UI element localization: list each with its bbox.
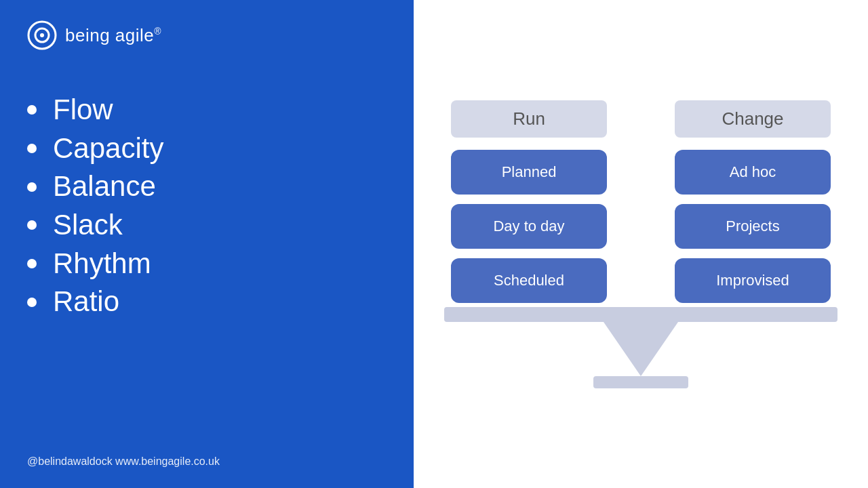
beam-container <box>444 303 837 388</box>
change-column: Ad hoc Projects Improvised <box>675 150 831 303</box>
logo-icon <box>27 20 57 50</box>
bullet-dot <box>27 144 37 153</box>
logo-registered: ® <box>154 26 161 37</box>
run-label: Run <box>451 100 607 138</box>
balance-diagram: Run Change Planned Day to day Scheduled … <box>444 100 837 388</box>
cards-area: Planned Day to day Scheduled Ad hoc Proj… <box>444 150 837 303</box>
bullet-text-rhythm: Rhythm <box>53 245 151 283</box>
logo-text: being agile® <box>65 25 161 46</box>
list-item: Slack <box>27 206 387 245</box>
bullet-text-flow: Flow <box>53 91 113 129</box>
change-label: Change <box>675 100 831 138</box>
run-column: Planned Day to day Scheduled <box>451 150 607 303</box>
list-item: Rhythm <box>27 245 387 283</box>
left-panel: being agile® Flow Capacity Balance Slack… <box>0 0 414 488</box>
list-item: Balance <box>27 167 387 206</box>
list-item: Flow <box>27 91 387 129</box>
card-day-to-day: Day to day <box>451 204 607 249</box>
bullet-text-ratio: Ratio <box>53 283 119 321</box>
list-item: Capacity <box>27 129 387 168</box>
card-planned: Planned <box>451 150 607 195</box>
logo-area: being agile® <box>27 20 387 50</box>
bullet-dot <box>27 298 37 307</box>
bullet-dot <box>27 182 37 192</box>
top-labels: Run Change <box>444 100 837 138</box>
bullet-dot <box>27 105 37 115</box>
svg-point-2 <box>40 33 44 37</box>
card-improvised: Improvised <box>675 258 831 303</box>
card-scheduled: Scheduled <box>451 258 607 303</box>
balance-base <box>593 376 688 388</box>
right-panel: Run Change Planned Day to day Scheduled … <box>414 0 868 488</box>
bullet-dot <box>27 220 37 230</box>
balance-triangle <box>604 322 678 376</box>
card-ad-hoc: Ad hoc <box>675 150 831 195</box>
balance-beam <box>444 307 837 322</box>
bullet-text-balance: Balance <box>53 167 156 206</box>
bullet-dot <box>27 259 37 268</box>
list-item: Ratio <box>27 283 387 321</box>
footer-text: @belindawaldock www.beingagile.co.uk <box>27 455 387 468</box>
bullet-text-capacity: Capacity <box>53 129 163 168</box>
bullet-list: Flow Capacity Balance Slack Rhythm Ratio <box>27 91 387 455</box>
logo-name: being agile <box>65 25 154 45</box>
card-projects: Projects <box>675 204 831 249</box>
bullet-text-slack: Slack <box>53 206 123 245</box>
